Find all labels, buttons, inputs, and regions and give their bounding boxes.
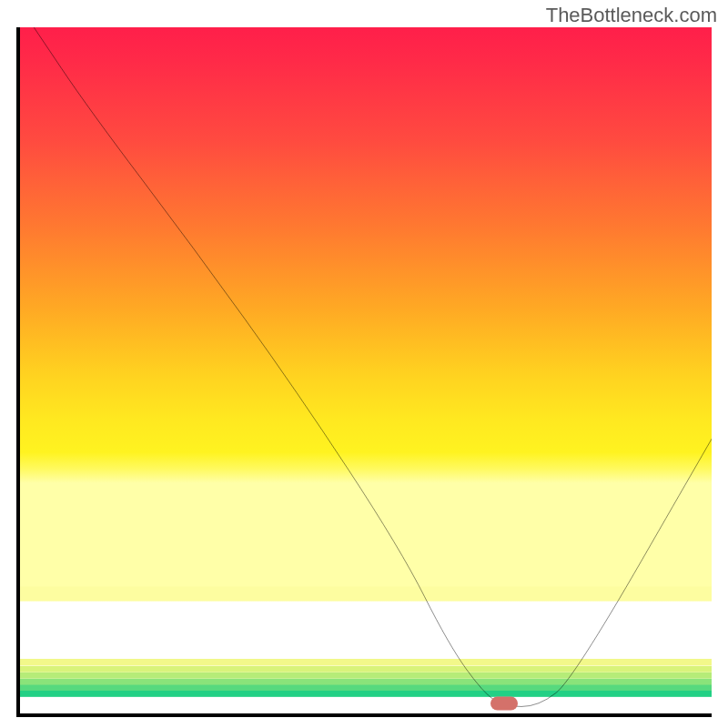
chart-frame <box>16 27 712 717</box>
watermark-text: TheBottleneck.com <box>546 4 717 27</box>
optimum-marker <box>490 696 518 710</box>
chart-line-series <box>20 27 712 713</box>
curve-path <box>34 27 712 706</box>
